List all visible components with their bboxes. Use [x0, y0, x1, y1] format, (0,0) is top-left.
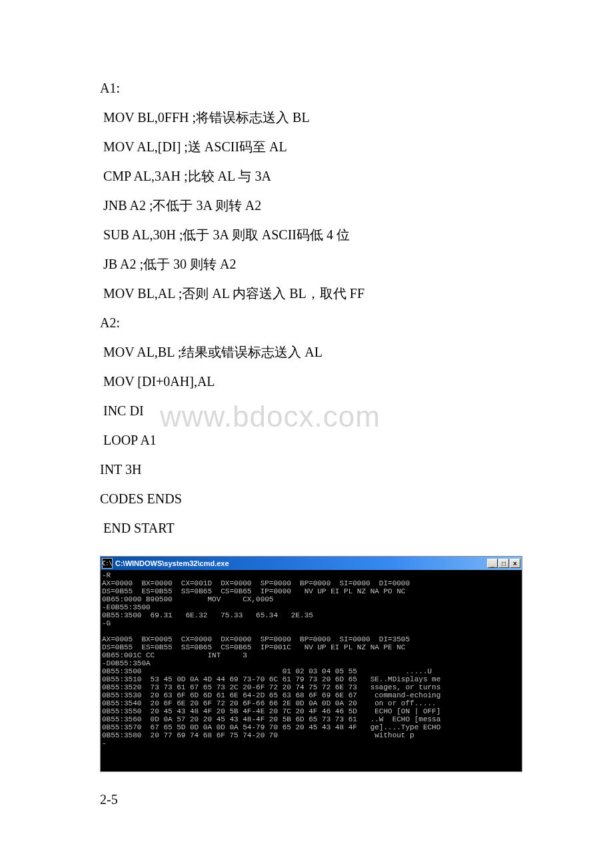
asm-line: MOV [DI+0AH],AL	[100, 367, 513, 396]
close-button[interactable]: ×	[510, 559, 520, 568]
asm-line: JB A2 ;低于 30 则转 A2	[100, 249, 513, 279]
asm-line: MOV AL,BL ;结果或错误标志送入 AL	[100, 337, 513, 367]
asm-line: END START	[100, 513, 513, 543]
asm-line: JNB A2 ;不低于 3A 则转 A2	[100, 191, 513, 220]
asm-line: LOOP A1	[100, 425, 513, 455]
cmd-titlebar[interactable]: C:\ C:\WINDOWS\system32\cmd.exe _ □ ×	[101, 557, 522, 570]
maximize-button[interactable]: □	[498, 559, 509, 568]
asm-line: MOV BL,AL ;否则 AL 内容送入 BL，取代 FF	[100, 279, 513, 308]
asm-line: SUB AL,30H ;低于 3A 则取 ASCII码低 4 位	[100, 220, 513, 249]
asm-line: MOV BL,0FFH ;将错误标志送入 BL	[100, 103, 513, 132]
asm-line: INC DI	[100, 396, 513, 425]
asm-line: A1:	[100, 73, 513, 103]
minimize-button[interactable]: _	[487, 559, 498, 568]
cmd-title: C:\WINDOWS\system32\cmd.exe	[115, 559, 487, 567]
cmd-icon: C:\	[102, 558, 113, 569]
asm-line: MOV AL,[DI] ;送 ASCII码至 AL	[100, 132, 513, 161]
page-number: 2-5	[100, 792, 513, 807]
cmd-output: -R AX=0000 BX=0000 CX=001D DX=0000 SP=00…	[101, 570, 522, 771]
asm-line: INT 3H	[100, 455, 513, 484]
asm-line: CODES ENDS	[100, 484, 513, 513]
cmd-window: C:\ C:\WINDOWS\system32\cmd.exe _ □ × -R…	[100, 556, 522, 772]
asm-line: A2:	[100, 308, 513, 337]
asm-line: CMP AL,3AH ;比较 AL 与 3A	[100, 161, 513, 191]
